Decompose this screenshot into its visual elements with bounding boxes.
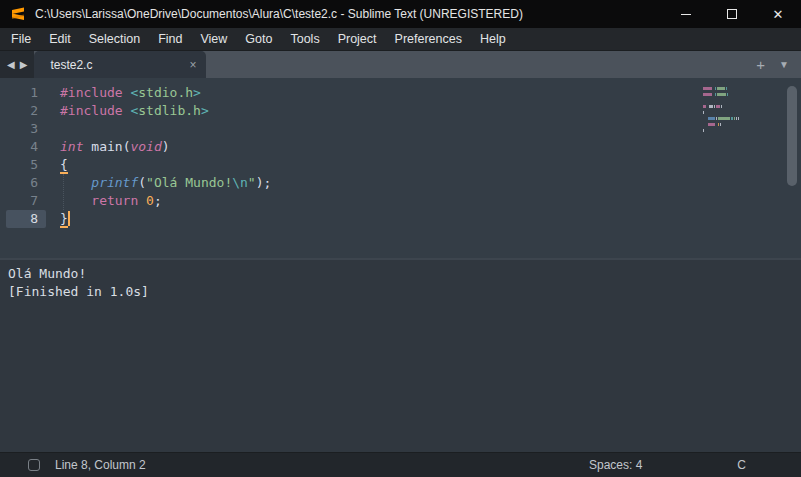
- nav-back-icon[interactable]: ◀: [7, 59, 15, 70]
- minimize-icon: [681, 14, 691, 15]
- line-number: 3: [6, 120, 46, 138]
- new-tab-icon[interactable]: +: [756, 57, 765, 72]
- title-bar: C:\Users\Larissa\OneDrive\Documentos\Alu…: [0, 0, 801, 28]
- code-line[interactable]: 3: [0, 120, 801, 138]
- minimap-row: [703, 111, 761, 114]
- menu-selection[interactable]: Selection: [80, 29, 149, 49]
- code-text: #include <stdlib.h>: [60, 102, 209, 120]
- line-number: 8: [6, 210, 46, 228]
- minimap-row: [703, 123, 761, 126]
- menu-view[interactable]: View: [191, 29, 236, 49]
- minimap[interactable]: [703, 87, 761, 135]
- code-line[interactable]: 5{: [0, 156, 801, 174]
- tab-bar-actions: + ▼: [756, 57, 801, 78]
- menu-bar: FileEditSelectionFindViewGotoToolsProjec…: [0, 28, 801, 51]
- minimap-row: [703, 117, 761, 120]
- maximize-button[interactable]: [709, 0, 755, 28]
- close-icon: ✕: [773, 8, 784, 21]
- maximize-icon: [727, 9, 737, 19]
- output-line: Olá Mundo!: [8, 265, 801, 283]
- code-line[interactable]: 6 printf("Olá Mundo!\n");: [0, 174, 801, 192]
- tab-bar: ◀ ▶ teste2.c × + ▼: [0, 51, 801, 78]
- menu-tools[interactable]: Tools: [281, 29, 328, 49]
- output-line: [Finished in 1.0s]: [8, 283, 801, 301]
- line-number: 4: [6, 138, 46, 156]
- tab-teste2c[interactable]: teste2.c ×: [34, 51, 206, 78]
- tab-close-icon[interactable]: ×: [189, 58, 196, 72]
- close-button[interactable]: ✕: [755, 0, 801, 28]
- status-panel-icon[interactable]: [28, 459, 40, 471]
- code-line[interactable]: 1#include <stdio.h>: [0, 84, 801, 102]
- code-text: printf("Olá Mundo!\n");: [60, 174, 271, 192]
- indentation-setting[interactable]: Spaces: 4: [589, 458, 642, 472]
- code-line[interactable]: 4int main(void): [0, 138, 801, 156]
- code-line[interactable]: 2#include <stdlib.h>: [0, 102, 801, 120]
- vertical-scrollbar-thumb[interactable]: [787, 86, 797, 186]
- line-number: 7: [6, 192, 46, 210]
- line-number: 6: [6, 174, 46, 192]
- line-number: 5: [6, 156, 46, 174]
- menu-edit[interactable]: Edit: [40, 29, 80, 49]
- syntax-selector[interactable]: C: [737, 458, 746, 472]
- cursor-position-label: Line 8, Column 2: [55, 458, 589, 472]
- tab-label: teste2.c: [50, 58, 189, 72]
- sublime-text-logo-icon: [10, 6, 26, 22]
- code-text: int main(void): [60, 138, 170, 156]
- build-output-panel[interactable]: Olá Mundo![Finished in 1.0s]: [0, 258, 801, 452]
- menu-file[interactable]: File: [2, 29, 40, 49]
- code-editor[interactable]: 1#include <stdio.h>2#include <stdlib.h>3…: [0, 78, 801, 258]
- minimap-row: [703, 105, 761, 108]
- minimap-row: [703, 129, 761, 132]
- minimap-row: [703, 99, 761, 102]
- status-bar: Line 8, Column 2 Spaces: 4 C: [0, 452, 801, 477]
- menu-project[interactable]: Project: [329, 29, 386, 49]
- line-number: 1: [6, 84, 46, 102]
- code-text: }: [60, 210, 70, 228]
- code-line[interactable]: 7 return 0;: [0, 192, 801, 210]
- code-text: {: [60, 156, 68, 174]
- menu-find[interactable]: Find: [149, 29, 191, 49]
- nav-forward-icon[interactable]: ▶: [20, 59, 28, 70]
- menu-preferences[interactable]: Preferences: [386, 29, 471, 49]
- window-title: C:\Users\Larissa\OneDrive\Documentos\Alu…: [35, 7, 663, 21]
- minimap-row: [703, 87, 761, 90]
- line-number: 2: [6, 102, 46, 120]
- window-controls: ✕: [663, 0, 801, 28]
- code-line[interactable]: 8}: [0, 210, 801, 228]
- minimap-row: [703, 93, 761, 96]
- tab-overflow-icon[interactable]: ▼: [779, 59, 789, 70]
- menu-help[interactable]: Help: [471, 29, 515, 49]
- code-text: #include <stdio.h>: [60, 84, 201, 102]
- tab-nav-buttons: ◀ ▶: [0, 51, 34, 78]
- code-text: return 0;: [60, 192, 162, 210]
- minimize-button[interactable]: [663, 0, 709, 28]
- text-cursor: [68, 211, 70, 226]
- menu-goto[interactable]: Goto: [236, 29, 281, 49]
